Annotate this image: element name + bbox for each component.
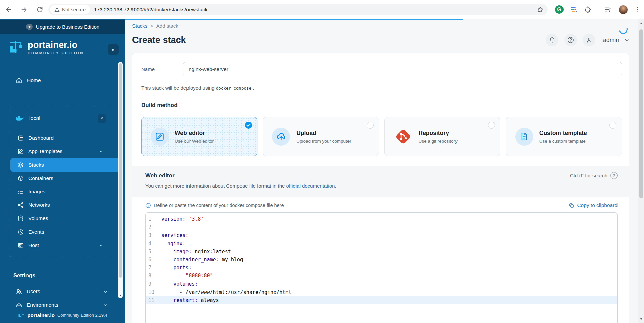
sidebar-item-label: Volumes bbox=[28, 215, 48, 221]
sidebar-item-users[interactable]: Users bbox=[0, 285, 125, 298]
media-queue-icon[interactable] bbox=[604, 6, 612, 13]
main-content: Stacks > Add stack Create stack admin Na… bbox=[125, 19, 638, 323]
sidebar-item-host[interactable]: Host bbox=[10, 239, 121, 252]
sidebar-item-label: Home bbox=[27, 77, 41, 83]
bookmark-star-icon[interactable] bbox=[537, 6, 544, 13]
sidebar-scrollbar-thumb[interactable] bbox=[119, 63, 122, 278]
toolbar-divider bbox=[598, 6, 598, 13]
sidebar-scrollbar[interactable]: ▼ bbox=[118, 62, 123, 298]
card-title: Repository bbox=[419, 130, 458, 137]
username: admin bbox=[603, 37, 619, 44]
page-scrollbar[interactable]: ▲ ▼ bbox=[638, 19, 644, 323]
not-secure-chip[interactable]: Not secure bbox=[50, 5, 90, 14]
radio-unselected-icon[interactable] bbox=[488, 122, 495, 129]
layers-icon bbox=[17, 162, 24, 168]
help-button[interactable] bbox=[564, 34, 577, 46]
list-icon bbox=[17, 188, 24, 195]
build-method-upload[interactable]: Upload Upload from your computer bbox=[263, 117, 379, 156]
portainer-footer-icon bbox=[18, 312, 24, 318]
breadcrumb-stacks-link[interactable]: Stacks bbox=[132, 23, 147, 29]
official-documentation-link[interactable]: official documentation bbox=[286, 183, 335, 189]
endpoint-row-local[interactable]: local ✕ bbox=[9, 110, 122, 127]
sidebar: Upgrade to Business Edition portainer.io… bbox=[0, 19, 125, 323]
back-button[interactable] bbox=[5, 6, 13, 14]
name-label: Name bbox=[141, 66, 183, 72]
extensions-puzzle-icon[interactable] bbox=[584, 6, 591, 13]
edit-icon bbox=[17, 148, 24, 155]
breadcrumb-separator: > bbox=[150, 23, 153, 29]
sidebar-item-app-templates[interactable]: App Templates bbox=[10, 145, 121, 158]
page-scrollbar-thumb[interactable] bbox=[639, 29, 643, 198]
breadcrumb-current: Add stack bbox=[156, 23, 178, 29]
file-text-icon bbox=[515, 128, 533, 146]
sidebar-item-images[interactable]: Images bbox=[10, 185, 121, 198]
dashboard-icon bbox=[17, 135, 24, 141]
web-editor-heading: Web editor bbox=[145, 172, 175, 179]
box-icon bbox=[17, 175, 24, 182]
card-subtitle: Use a git repository bbox=[419, 139, 458, 144]
sidebar-item-label: Host bbox=[28, 242, 39, 248]
logo-text: portainer.io bbox=[28, 40, 84, 50]
stack-name-input[interactable] bbox=[183, 62, 622, 76]
address-bar[interactable]: Not secure 173.230.138.72:9000/#!/2/dock… bbox=[48, 4, 548, 15]
endpoint-close-button[interactable]: ✕ bbox=[98, 114, 106, 123]
reload-button[interactable] bbox=[36, 6, 44, 14]
card-subtitle: Use our Web editor bbox=[175, 139, 214, 144]
sidebar-item-stacks[interactable]: Stacks bbox=[10, 158, 121, 172]
breadcrumb: Stacks > Add stack bbox=[125, 19, 638, 29]
upgrade-banner[interactable]: Upgrade to Business Edition bbox=[0, 20, 125, 34]
user-account-button[interactable] bbox=[583, 34, 595, 46]
build-method-custom-template[interactable]: Custom template Use a custom template bbox=[506, 117, 622, 156]
sidebar-item-events[interactable]: Events bbox=[10, 225, 121, 239]
reload-icon bbox=[36, 6, 43, 13]
search-hint: Ctrl+F for search bbox=[570, 173, 607, 178]
chevron-down-icon bbox=[99, 149, 104, 154]
editor-code[interactable]: version: '3.8' services: nginx: image: n… bbox=[158, 213, 617, 323]
selected-check-icon bbox=[245, 121, 252, 129]
sidebar-item-label: Stacks bbox=[28, 162, 44, 168]
sidebar-item-label: Images bbox=[28, 189, 45, 195]
chevron-down-icon bbox=[103, 289, 108, 294]
sidebar-item-containers[interactable]: Containers bbox=[10, 172, 121, 185]
editor-gutter: 1234567891011 bbox=[146, 213, 158, 323]
footer-edition: Community Edition 2.19.4 bbox=[57, 313, 107, 318]
tag-extension-icon[interactable] bbox=[570, 6, 578, 13]
host-server-icon bbox=[17, 242, 24, 249]
help-icon bbox=[567, 36, 574, 44]
browser-menu-button[interactable]: ⋮ bbox=[634, 6, 641, 13]
card-title: Upload bbox=[296, 130, 351, 137]
upgrade-arrow-icon bbox=[26, 24, 33, 30]
sidebar-collapse-button[interactable]: « bbox=[108, 44, 119, 55]
build-method-repository[interactable]: Repository Use a git repository bbox=[384, 117, 500, 156]
radio-unselected-icon[interactable] bbox=[609, 122, 616, 129]
cloud-upload-icon bbox=[272, 128, 290, 146]
docker-whale-icon bbox=[15, 115, 24, 122]
profile-avatar[interactable] bbox=[619, 5, 628, 14]
sidebar-footer: portainer.io Community Edition 2.19.4 bbox=[0, 307, 125, 323]
radio-unselected-icon[interactable] bbox=[367, 122, 374, 129]
copy-icon bbox=[569, 203, 574, 208]
sidebar-item-volumes[interactable]: Volumes bbox=[10, 212, 121, 225]
sidebar-item-label: Networks bbox=[28, 202, 50, 208]
editor-instruction: Define or paste the content of your dock… bbox=[154, 203, 284, 208]
logo-edition-label: COMMUNITY EDITION bbox=[28, 51, 84, 55]
info-icon bbox=[145, 203, 151, 208]
grammarly-extension-icon[interactable]: G bbox=[555, 5, 564, 14]
card-title: Web editor bbox=[175, 130, 214, 137]
build-method-web-editor[interactable]: Web editor Use our Web editor bbox=[141, 117, 257, 156]
sidebar-item-home[interactable]: Home bbox=[0, 74, 125, 86]
copy-to-clipboard-button[interactable]: Copy to clipboard bbox=[569, 202, 618, 208]
scroll-up-icon[interactable]: ▲ bbox=[638, 21, 644, 25]
scroll-down-icon[interactable]: ▼ bbox=[118, 294, 123, 297]
sidebar-item-label: Containers bbox=[28, 175, 53, 181]
sidebar-item-dashboard[interactable]: Dashboard bbox=[10, 131, 121, 145]
user-menu[interactable]: admin bbox=[603, 37, 630, 44]
forward-button[interactable] bbox=[20, 6, 28, 14]
portainer-logo[interactable]: portainer.io COMMUNITY EDITION bbox=[0, 34, 125, 60]
notifications-button[interactable] bbox=[546, 34, 558, 46]
database-icon bbox=[17, 215, 24, 222]
sidebar-item-networks[interactable]: Networks bbox=[10, 198, 121, 212]
scroll-down-icon[interactable]: ▼ bbox=[638, 317, 644, 321]
bell-icon bbox=[549, 37, 556, 44]
help-circle-icon[interactable]: ? bbox=[610, 172, 618, 179]
